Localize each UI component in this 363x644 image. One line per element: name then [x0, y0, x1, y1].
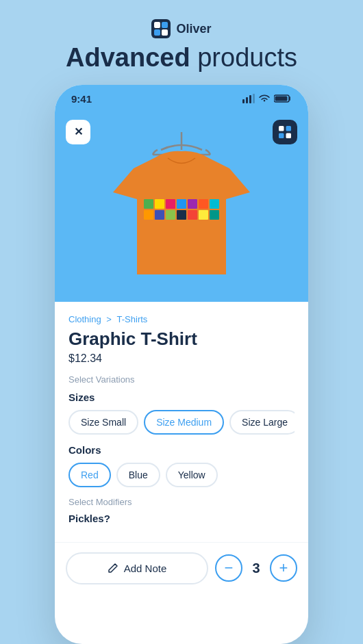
- svg-rect-27: [177, 210, 186, 220]
- wifi-icon: [258, 94, 271, 103]
- svg-rect-26: [166, 210, 175, 220]
- select-variations-label: Select Variations: [68, 374, 295, 385]
- svg-rect-12: [286, 126, 292, 131]
- svg-rect-11: [279, 126, 284, 131]
- size-medium-button[interactable]: Size Medium: [144, 410, 224, 435]
- page-title: Advanced products: [66, 44, 297, 73]
- brand-header: Oliver: [151, 19, 211, 38]
- breadcrumb-subcategory: T-Shirts: [117, 314, 148, 324]
- svg-rect-21: [188, 199, 197, 209]
- add-note-button[interactable]: Add Note: [66, 552, 208, 584]
- svg-rect-24: [144, 210, 153, 220]
- svg-rect-23: [210, 199, 219, 209]
- svg-rect-0: [151, 19, 171, 38]
- svg-rect-4: [162, 29, 168, 36]
- status-time: 9:41: [71, 93, 92, 105]
- product-price: $12.34: [68, 352, 295, 365]
- svg-rect-14: [286, 133, 292, 138]
- select-modifiers-label: Select Modifiers: [68, 497, 295, 507]
- quantity-plus-button[interactable]: +: [270, 554, 297, 582]
- size-small-button[interactable]: Size Small: [68, 410, 138, 435]
- status-bar: 9:41: [55, 85, 308, 110]
- svg-rect-25: [155, 210, 164, 220]
- svg-rect-8: [253, 94, 255, 103]
- modifier-title: Pickles?: [68, 513, 295, 524]
- svg-rect-13: [279, 133, 284, 138]
- svg-rect-22: [199, 199, 208, 209]
- svg-rect-30: [210, 210, 219, 220]
- svg-rect-10: [275, 96, 288, 101]
- svg-rect-29: [199, 210, 208, 220]
- oliver-menu-button[interactable]: [273, 120, 297, 144]
- pencil-icon: [108, 563, 118, 574]
- quantity-value: 3: [249, 561, 263, 576]
- svg-rect-5: [242, 99, 245, 103]
- color-yellow-button[interactable]: Yellow: [166, 463, 218, 487]
- status-icons: [242, 94, 292, 103]
- product-name: Graphic T-Shirt: [68, 329, 295, 350]
- phone-frame: 9:41 ✕: [55, 85, 308, 644]
- product-image-area: ✕: [55, 110, 308, 302]
- oliver-icon: [279, 126, 291, 138]
- svg-rect-6: [246, 97, 248, 103]
- breadcrumb-separator: >: [106, 314, 114, 324]
- sizes-title: Sizes: [68, 391, 295, 403]
- product-details: Clothing > T-Shirts Graphic T-Shirt $12.…: [55, 302, 308, 542]
- svg-rect-3: [154, 29, 160, 36]
- sizes-options: Size Small Size Medium Size Large Size X…: [68, 410, 295, 435]
- color-red-button[interactable]: Red: [68, 463, 111, 487]
- svg-rect-7: [249, 95, 251, 103]
- svg-rect-20: [177, 199, 186, 209]
- colors-group: Colors Red Blue Yellow: [68, 444, 295, 487]
- bottom-bar: Add Note − 3 +: [55, 542, 308, 594]
- battery-icon: [274, 94, 292, 103]
- product-image: [113, 131, 250, 288]
- colors-title: Colors: [68, 444, 295, 456]
- quantity-minus-button[interactable]: −: [215, 554, 242, 582]
- breadcrumb: Clothing > T-Shirts: [68, 314, 295, 324]
- oliver-logo-icon: [151, 19, 171, 38]
- svg-rect-19: [166, 199, 175, 209]
- close-button[interactable]: ✕: [66, 120, 90, 144]
- colors-options: Red Blue Yellow: [68, 463, 295, 487]
- color-blue-button[interactable]: Blue: [116, 463, 160, 487]
- svg-rect-17: [144, 199, 153, 209]
- svg-rect-28: [188, 210, 197, 220]
- brand-name: Oliver: [176, 22, 211, 36]
- size-large-button[interactable]: Size Large: [229, 410, 295, 435]
- svg-rect-2: [162, 22, 168, 28]
- breadcrumb-category: Clothing: [68, 314, 101, 324]
- sizes-group: Sizes Size Small Size Medium Size Large …: [68, 391, 295, 435]
- svg-rect-18: [155, 199, 164, 209]
- signal-icon: [242, 94, 255, 103]
- svg-rect-1: [154, 22, 160, 28]
